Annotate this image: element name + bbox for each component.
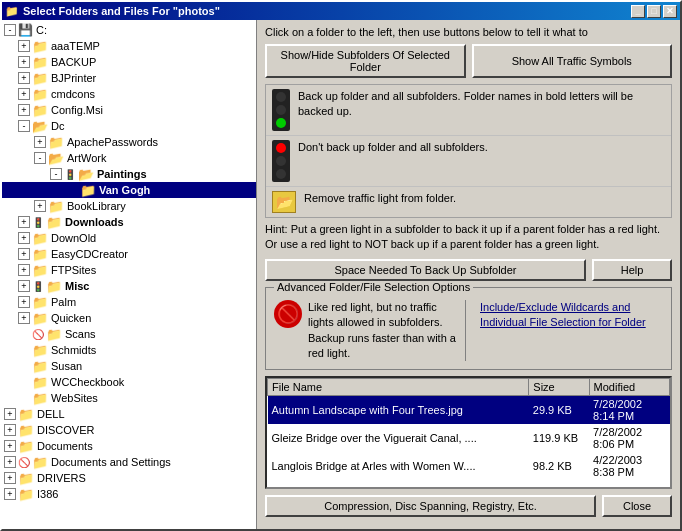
advanced-right-text[interactable]: Include/Exclude Wildcards and Individual… (480, 301, 646, 328)
tree-item-backup[interactable]: + 📁 BACKUP (2, 54, 256, 70)
file-table-container[interactable]: File Name Size Modified Autumn Landscape… (265, 376, 672, 489)
folder-tree-scroll[interactable]: - 💾 C: + 📁 aaaTEMP + 📁 BACKUP (2, 20, 256, 529)
minimize-button[interactable]: _ (631, 5, 645, 18)
label-aaatemp: aaaTEMP (51, 40, 100, 52)
expand-backup[interactable]: + (18, 56, 30, 68)
tree-item-artwork[interactable]: - 📂 ArtWork (2, 150, 256, 166)
expand-dell[interactable]: + (4, 408, 16, 420)
expand-artwork[interactable]: - (34, 152, 46, 164)
expand-downold[interactable]: + (18, 232, 30, 244)
folder-icon-i386: 📁 (18, 487, 34, 501)
tree-item-downold[interactable]: + 📁 DownOld (2, 230, 256, 246)
no-entry-icon: 🚫 (274, 300, 302, 328)
maximize-button[interactable]: □ (647, 5, 661, 18)
file-size-2: 98.2 KB (529, 452, 589, 480)
tree-item-wccheckbook[interactable]: 📁 WCCheckbook (2, 374, 256, 390)
tree-item-documents-and-settings[interactable]: + 🚫 📁 Documents and Settings (2, 454, 256, 470)
tree-item-cmdcons[interactable]: + 📁 cmdcons (2, 86, 256, 102)
folder-icon-discover: 📁 (18, 423, 34, 437)
tree-item-i386[interactable]: + 📁 I386 (2, 486, 256, 502)
label-wccheckbook: WCCheckbook (51, 376, 124, 388)
folder-icon-dell: 📁 (18, 407, 34, 421)
tree-item-websites[interactable]: 📁 WebSites (2, 390, 256, 406)
expand-c[interactable]: - (4, 24, 16, 36)
tree-item-drivers[interactable]: + 📁 DRIVERS (2, 470, 256, 486)
close-button[interactable]: ✕ (663, 5, 677, 18)
tree-item-schmidts[interactable]: 📁 Schmidts (2, 342, 256, 358)
tree-item-configmsi[interactable]: + 📁 Config.Msi (2, 102, 256, 118)
expand-i386[interactable]: + (4, 488, 16, 500)
tree-item-dc[interactable]: - 📂 Dc (2, 118, 256, 134)
tree-item-palm[interactable]: + 📁 Palm (2, 294, 256, 310)
label-booklibrary: BookLibrary (67, 200, 126, 212)
expand-easycdcreator[interactable]: + (18, 248, 30, 260)
tree-item-scans[interactable]: 🚫 📁 Scans (2, 326, 256, 342)
expand-downloads[interactable]: + (18, 216, 30, 228)
tree-item-dell[interactable]: + 📁 DELL (2, 406, 256, 422)
tree-drive-c[interactable]: - 💾 C: (2, 22, 256, 38)
tree-item-easycdcreator[interactable]: + 📁 EasyCDCreator (2, 246, 256, 262)
expand-configmsi[interactable]: + (18, 104, 30, 116)
label-dc: Dc (51, 120, 64, 132)
drive-label: C: (36, 24, 47, 36)
expand-dc[interactable]: - (18, 120, 30, 132)
tree-item-ftpsites[interactable]: + 📁 FTPSites (2, 262, 256, 278)
expand-docs-settings[interactable]: + (4, 456, 16, 468)
folder-icon-vangogh: 📁 (80, 183, 96, 197)
expand-ftpsites[interactable]: + (18, 264, 30, 276)
tree-item-vangogh[interactable]: 📁 Van Gogh (2, 182, 256, 198)
label-bjprinter: BJPrinter (51, 72, 96, 84)
advanced-right[interactable]: Include/Exclude Wildcards and Individual… (474, 300, 663, 362)
table-row[interactable]: Autumn Landscape with Four Trees.jpg 29.… (268, 396, 670, 425)
expand-documents[interactable]: + (4, 440, 16, 452)
folder-icon-bjprinter: 📁 (32, 71, 48, 85)
expand-quicken[interactable]: + (18, 312, 30, 324)
table-row[interactable]: Gleize Bridge over the Viguerait Canal, … (268, 424, 670, 452)
expand-palm[interactable]: + (18, 296, 30, 308)
advanced-box: Advanced Folder/File Selection Options 🚫… (265, 287, 672, 371)
col-modified[interactable]: Modified (589, 379, 669, 396)
close-dialog-button[interactable]: Close (602, 495, 672, 517)
help-button[interactable]: Help (592, 259, 672, 281)
label-quicken: Quicken (51, 312, 91, 324)
folder-icon-wccheckbook: 📁 (32, 375, 48, 389)
tree-item-aaatemp[interactable]: + 📁 aaaTEMP (2, 38, 256, 54)
expand-discover[interactable]: + (4, 424, 16, 436)
folder-icon-susan: 📁 (32, 359, 48, 373)
tree-item-paintings[interactable]: - 🚦 📂 Paintings (2, 166, 256, 182)
tree-item-discover[interactable]: + 📁 DISCOVER (2, 422, 256, 438)
expand-paintings[interactable]: - (50, 168, 62, 180)
label-paintings: Paintings (97, 168, 147, 180)
advanced-divider (465, 300, 466, 362)
expand-bjprinter[interactable]: + (18, 72, 30, 84)
col-size[interactable]: Size (529, 379, 589, 396)
show-hide-button[interactable]: Show/Hide Subfolders Of Selected Folder (265, 44, 466, 78)
title-icon: 📁 (5, 5, 19, 18)
table-row[interactable]: Langlois Bridge at Arles with Women W...… (268, 452, 670, 480)
expand-misc[interactable]: + (18, 280, 30, 292)
tree-item-apachepasswords[interactable]: + 📁 ApachePasswords (2, 134, 256, 150)
label-discover: DISCOVER (37, 424, 94, 436)
tree-item-quicken[interactable]: + 📁 Quicken (2, 310, 256, 326)
expand-cmdcons[interactable]: + (18, 88, 30, 100)
expand-booklibrary[interactable]: + (34, 200, 46, 212)
tree-item-downloads[interactable]: + 🚦 📁 Downloads (2, 214, 256, 230)
space-needed-button[interactable]: Space Needed To Back Up Subfolder (265, 259, 586, 281)
compression-button[interactable]: Compression, Disc Spanning, Registry, Et… (265, 495, 596, 517)
col-filename[interactable]: File Name (268, 379, 529, 396)
tree-item-booklibrary[interactable]: + 📁 BookLibrary (2, 198, 256, 214)
label-artwork: ArtWork (67, 152, 107, 164)
folder-icon-artwork: 📂 (48, 151, 64, 165)
show-all-button[interactable]: Show All Traffic Symbols (472, 44, 673, 78)
tree-item-misc[interactable]: + 🚦 📁 Misc (2, 278, 256, 294)
label-susan: Susan (51, 360, 82, 372)
tree-item-bjprinter[interactable]: + 📁 BJPrinter (2, 70, 256, 86)
tree-item-documents[interactable]: + 📁 Documents (2, 438, 256, 454)
file-name-0: Autumn Landscape with Four Trees.jpg (268, 396, 529, 425)
file-table: File Name Size Modified Autumn Landscape… (267, 378, 670, 480)
expand-apachepasswords[interactable]: + (34, 136, 46, 148)
tree-item-susan[interactable]: 📁 Susan (2, 358, 256, 374)
light-red-on (276, 143, 286, 153)
expand-aaatemp[interactable]: + (18, 40, 30, 52)
expand-drivers[interactable]: + (4, 472, 16, 484)
